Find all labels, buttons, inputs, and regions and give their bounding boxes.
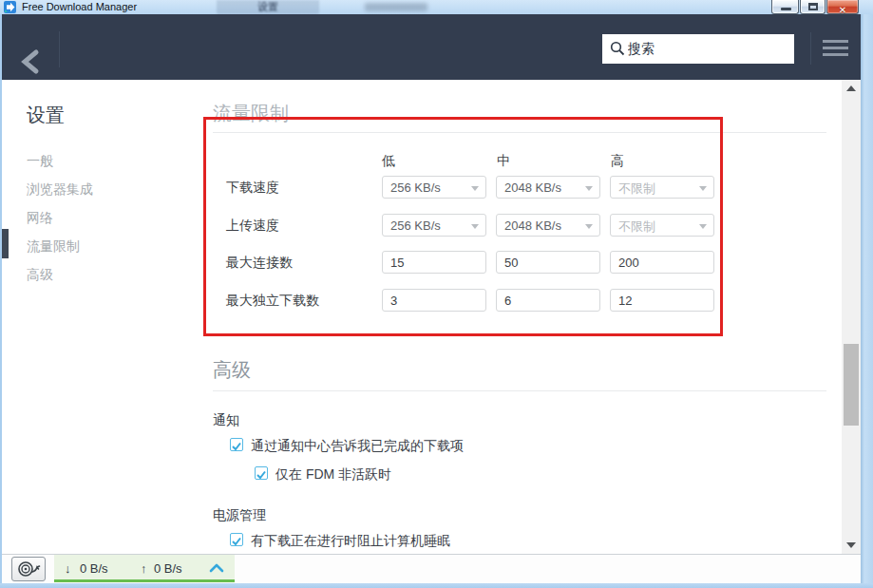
chevron-down-icon	[471, 186, 479, 191]
app-header	[2, 14, 861, 80]
download-speed-low-select[interactable]: 256 KB/s	[382, 176, 486, 199]
chevron-down-icon	[585, 186, 593, 191]
download-speed-high-select[interactable]: 不限制	[610, 176, 714, 199]
window-body: 设置 一般 浏览器集成 网络 流量限制 高级 流量限制 低 中 高 下载速度 2…	[2, 14, 861, 583]
row-label-max-connections: 最大连接数	[226, 255, 293, 272]
group-title-notifications: 通知	[213, 412, 239, 429]
sidebar-item-browser[interactable]: 浏览器集成	[27, 181, 169, 197]
chevron-down-icon	[699, 224, 707, 229]
sidebar-item-traffic[interactable]: 流量限制	[27, 238, 169, 254]
ghost-background-tab: 设置	[217, 0, 319, 14]
chevron-down-icon	[471, 224, 479, 229]
row-label-max-downloads: 最大独立下载数	[226, 293, 319, 310]
menu-icon[interactable]	[823, 40, 848, 56]
download-arrow-icon: ↓	[65, 561, 71, 576]
search-box	[602, 34, 794, 64]
sidebar-selection-marker	[2, 229, 9, 258]
window-frame-left	[0, 14, 2, 588]
only-when-inactive-checkbox[interactable]	[255, 466, 268, 480]
header-divider	[810, 32, 811, 65]
scroll-up-icon[interactable]	[846, 85, 856, 91]
group-title-power: 电源管理	[213, 507, 266, 524]
chevron-up-icon[interactable]	[209, 562, 224, 574]
snail-icon	[16, 560, 41, 579]
max-downloads-medium-input[interactable]	[496, 289, 600, 312]
sidebar-item-network[interactable]: 网络	[27, 210, 169, 225]
max-connections-medium-input[interactable]	[496, 251, 600, 274]
upload-speed-low-select[interactable]: 256 KB/s	[382, 214, 486, 237]
advanced-section-heading: 高级	[213, 357, 251, 383]
max-connections-high-input[interactable]	[610, 251, 714, 274]
upload-speed-medium-select[interactable]: 2048 KB/s	[496, 214, 600, 237]
max-downloads-high-input[interactable]	[610, 289, 714, 312]
close-button[interactable]: ✕	[826, 0, 859, 14]
section-divider	[213, 390, 826, 391]
minimize-icon	[781, 8, 791, 10]
chevron-down-icon	[699, 186, 707, 191]
upload-arrow-icon: ↑	[141, 561, 147, 576]
download-speed-value: 0 B/s	[80, 561, 108, 576]
only-when-inactive-label[interactable]: 仅在 FDM 非活跃时	[275, 466, 391, 484]
column-header-high: 高	[611, 153, 624, 170]
prevent-sleep-checkbox[interactable]	[230, 533, 243, 546]
speed-panel[interactable]: ↓ 0 B/s ↑ 0 B/s	[54, 555, 235, 582]
ghost-background-artifact	[365, 3, 427, 11]
upload-speed-value: 0 B/s	[154, 561, 182, 576]
maximize-icon	[808, 3, 818, 10]
traffic-section-heading: 流量限制	[213, 101, 289, 126]
max-downloads-low-input[interactable]	[382, 289, 486, 312]
window-title: Free Download Manager	[22, 1, 137, 12]
column-header-low: 低	[382, 153, 395, 170]
window-frame-bottom	[0, 583, 873, 588]
download-speed-medium-select[interactable]: 2048 KB/s	[496, 176, 600, 199]
row-label-download-speed: 下载速度	[226, 180, 279, 197]
checkmark-icon	[231, 536, 242, 547]
vertical-scrollbar[interactable]	[842, 80, 861, 554]
upload-speed-high-select[interactable]: 不限制	[610, 214, 714, 237]
status-bar: ↓ 0 B/s ↑ 0 B/s	[2, 554, 861, 583]
section-divider	[213, 132, 826, 133]
title-bar: Free Download Manager 设置 ✕	[0, 0, 873, 14]
checkmark-icon	[256, 469, 267, 481]
sidebar-item-advanced[interactable]: 高级	[27, 267, 169, 282]
row-label-upload-speed: 上传速度	[226, 218, 279, 235]
snail-mode-button[interactable]	[11, 557, 46, 581]
fdm-app-icon	[4, 1, 16, 13]
notify-completed-checkbox[interactable]	[230, 438, 243, 451]
back-button[interactable]	[13, 45, 49, 79]
sidebar-item-general[interactable]: 一般	[27, 153, 169, 168]
search-input[interactable]	[628, 34, 789, 62]
scrollbar-thumb[interactable]	[844, 344, 859, 426]
minimize-button[interactable]	[771, 0, 799, 14]
checkmark-icon	[231, 441, 242, 452]
scroll-down-icon[interactable]	[846, 542, 856, 548]
settings-heading: 设置	[27, 103, 65, 128]
notify-completed-label[interactable]: 通过通知中心告诉我已完成的下载项	[251, 438, 464, 455]
column-header-medium: 中	[497, 153, 510, 170]
chevron-down-icon	[585, 224, 593, 229]
window-frame-right	[861, 14, 873, 588]
prevent-sleep-label[interactable]: 有下载正在进行时阻止计算机睡眠	[251, 533, 450, 550]
header-divider	[59, 31, 60, 67]
search-icon	[610, 41, 625, 56]
maximize-button[interactable]	[800, 0, 826, 14]
max-connections-low-input[interactable]	[382, 251, 486, 274]
